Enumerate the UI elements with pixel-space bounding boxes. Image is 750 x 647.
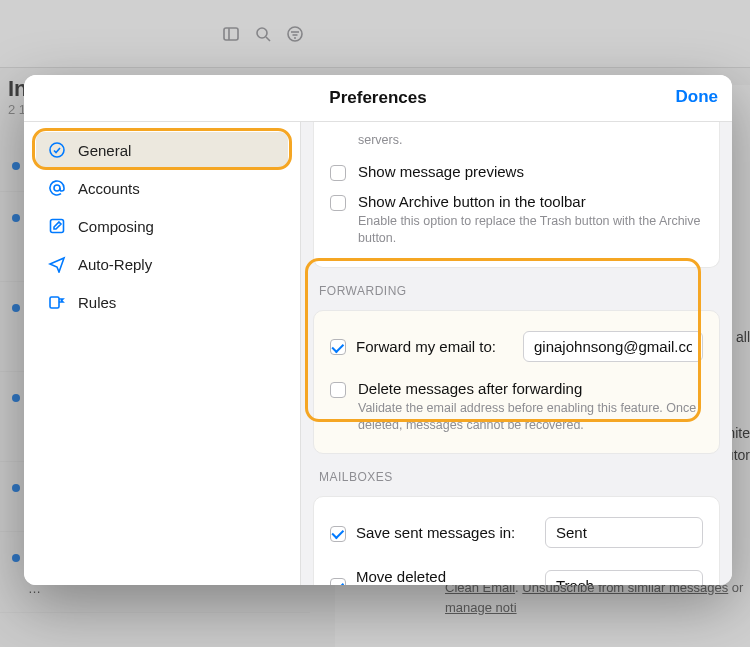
sub-show-archive: Enable this option to replace the Trash … [358,213,703,247]
section-header-forwarding: FORWARDING [319,284,716,298]
preferences-content[interactable]: servers. Show message previews Show Arch… [301,122,732,585]
servers-fragment: servers. [358,132,703,149]
label-save-sent: Save sent messages in: [356,524,515,541]
sidebar-item-autoreply[interactable]: Auto-Reply [36,246,288,282]
done-button[interactable]: Done [676,87,719,107]
label-show-archive: Show Archive button in the toolbar [358,193,703,210]
checkbox-save-sent[interactable] [330,526,346,542]
checkbox-forward-email[interactable] [330,339,346,355]
checkbox-show-archive[interactable] [330,195,346,211]
move-deleted-select[interactable] [545,570,703,585]
airplane-icon [48,255,66,273]
checkbox-show-previews[interactable] [330,165,346,181]
preferences-modal: Preferences Done General Accounts [24,75,732,585]
svg-point-9 [54,185,60,191]
sidebar-item-label: Composing [78,218,154,235]
label-forward-email: Forward my email to: [356,338,496,355]
label-delete-after-forward: Delete messages after forwarding [358,380,703,397]
svg-point-8 [50,143,64,157]
card-mailboxes: Save sent messages in: Move deleted mess… [313,496,720,585]
modal-title: Preferences [329,88,426,108]
sidebar-item-general[interactable]: General [36,132,288,168]
label-show-previews: Show message previews [358,163,703,180]
checkbox-delete-after-forward[interactable] [330,382,346,398]
section-header-mailboxes: MAILBOXES [319,470,716,484]
sidebar-item-label: Auto-Reply [78,256,152,273]
svg-rect-11 [50,297,59,308]
save-sent-select[interactable] [545,517,703,548]
compose-icon [48,217,66,235]
sidebar-item-label: Accounts [78,180,140,197]
modal-header: Preferences Done [24,75,732,122]
check-circle-icon [48,141,66,159]
at-icon [48,179,66,197]
sidebar-item-accounts[interactable]: Accounts [36,170,288,206]
sidebar-item-label: Rules [78,294,116,311]
label-move-deleted: Move deleted messages to: [356,568,506,585]
sub-delete-after-forward: Validate the email address before enabli… [358,400,703,434]
svg-rect-10 [51,220,64,233]
forward-email-input[interactable] [523,331,703,362]
checkbox-move-deleted[interactable] [330,578,346,585]
sidebar-item-composing[interactable]: Composing [36,208,288,244]
sidebar-item-label: General [78,142,131,159]
preferences-sidebar: General Accounts Composing Auto-Reply [24,122,301,585]
card-forwarding: Forward my email to: Delete messages aft… [313,310,720,455]
card-viewing: servers. Show message previews Show Arch… [313,122,720,268]
sidebar-item-rules[interactable]: Rules [36,284,288,320]
rules-icon [48,293,66,311]
